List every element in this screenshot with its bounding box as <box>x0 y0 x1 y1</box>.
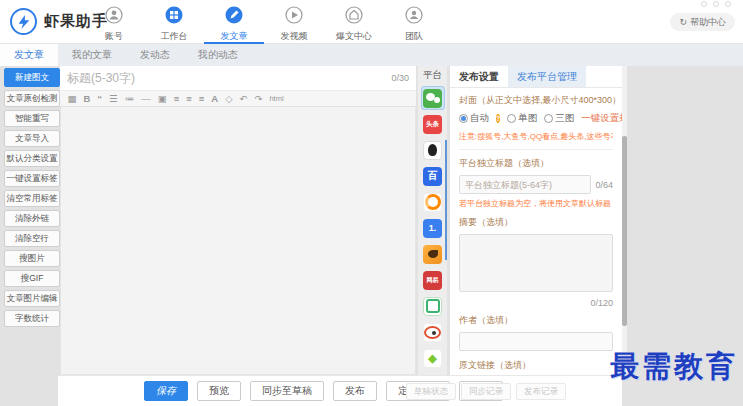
unordered-list-icon[interactable]: ☰ <box>106 91 122 106</box>
platform-item-green-app[interactable] <box>421 294 445 318</box>
undo-icon[interactable]: ↶ <box>236 91 251 106</box>
wechat-icon <box>423 89 442 108</box>
sidebar-item-remove-blank-lines[interactable]: 清除空行 <box>4 230 60 247</box>
horizontal-rule-icon[interactable]: — <box>138 91 155 106</box>
author-label: 作者（选填） <box>459 314 613 327</box>
nav-item-publish-video[interactable]: 发视频 <box>264 4 324 44</box>
nav-label: 工作台 <box>161 30 188 43</box>
publish-record-button[interactable]: 发布记录 <box>516 383 566 400</box>
tab-my-articles[interactable]: 我的文章 <box>58 44 126 66</box>
tab-my-feed[interactable]: 我的动态 <box>184 44 252 66</box>
nav-label: 发文章 <box>221 30 248 43</box>
nav-label: 团队 <box>405 30 423 43</box>
cover-radio-auto[interactable]: 自动 <box>459 112 489 125</box>
source-link-label: 原文链接（选填） <box>459 359 613 372</box>
toutiao-icon: 头条 <box>423 115 442 134</box>
redo-icon[interactable]: ↷ <box>251 91 266 106</box>
editor-toolbar: ▦ B “ ☰ ≔ — ▣ ≡ ≡ ≡ A ◇ ↶ ↷ html <box>60 90 416 107</box>
align-right-icon[interactable]: ≡ <box>195 91 208 106</box>
sidebar-item-clear-tags[interactable]: 清空常用标签 <box>4 190 60 207</box>
panel-scrollbar-thumb[interactable] <box>622 136 627 326</box>
cover-warning-text: 注意:搜狐号,大鱼号,QQ看点,趣头条,这些号不支持自动封面模式 <box>459 131 613 142</box>
radio-icon <box>507 114 516 123</box>
cover-section-label: 封面（从正文中选择,最小尺寸400*300） <box>459 94 613 107</box>
ordered-list-icon[interactable]: ≔ <box>121 91 138 106</box>
summary-counter: 0/120 <box>459 298 613 308</box>
platform-item-penguin[interactable] <box>421 138 445 162</box>
radio-icon <box>544 114 553 123</box>
platform-item-toutiao[interactable]: 头条 <box>421 112 445 136</box>
html-source-icon[interactable]: html <box>266 91 287 106</box>
platform-item-dayu[interactable] <box>421 190 445 214</box>
cover-radio-three[interactable]: 三图 <box>544 112 574 125</box>
quote-icon[interactable]: “ <box>94 91 106 106</box>
bold-icon[interactable]: B <box>80 91 94 106</box>
publish-settings-panel: 发布设置 发布平台管理 封面（从正文中选择,最小尺寸400*300） 自动 ? … <box>450 66 622 375</box>
sidebar-item-image-editor[interactable]: 文章图片编辑 <box>4 290 60 307</box>
save-button[interactable]: 保存 <box>144 381 188 401</box>
divider <box>459 149 613 150</box>
summary-textarea[interactable] <box>459 234 613 292</box>
nav-item-team[interactable]: 团队 <box>384 4 444 44</box>
nav-item-publish-article[interactable]: 发文章 <box>204 4 264 44</box>
platform-item-wechat[interactable] <box>421 86 445 110</box>
sidebar-item-originality-check[interactable]: 文章原创检测 <box>4 90 60 107</box>
eye-icon <box>423 323 442 342</box>
user-icon <box>105 6 123 28</box>
sidebar-item-article-import[interactable]: 文章导入 <box>4 130 60 147</box>
sidebar-item-default-category[interactable]: 默认分类设置 <box>4 150 60 167</box>
sidebar-item-set-tags[interactable]: 一键设置标签 <box>4 170 60 187</box>
align-left-icon[interactable]: ≡ <box>170 91 183 106</box>
cover-options: 自动 ? 单图 三图 一键设置封面 <box>459 112 613 125</box>
preview-button[interactable]: 预览 <box>197 381 241 401</box>
sidebar-item-remove-links[interactable]: 清除外链 <box>4 210 60 227</box>
tab-publish-article[interactable]: 发文章 <box>0 44 58 66</box>
platform-item-eye[interactable] <box>421 320 445 344</box>
media-icon[interactable]: ▣ <box>154 91 170 106</box>
publish-button[interactable]: 发布 <box>333 381 377 401</box>
penguin-icon <box>423 141 442 160</box>
article-title-input[interactable] <box>60 71 391 85</box>
platform-strip-scrollbar[interactable] <box>445 140 447 260</box>
green-diamond-icon: ◆ <box>423 349 442 368</box>
help-center-button[interactable]: ↻ 帮助中心 <box>670 13 735 31</box>
align-center-icon[interactable]: ≡ <box>183 91 196 106</box>
panel-scrollbar[interactable] <box>622 66 627 375</box>
platform-item-sohu[interactable] <box>421 242 445 266</box>
help-center-label: 帮助中心 <box>690 16 726 29</box>
sidebar-item-search-image[interactable]: 搜图片 <box>4 250 60 267</box>
insert-image-icon[interactable]: ▦ <box>64 91 80 106</box>
article-content-editor[interactable] <box>60 107 416 375</box>
format-clear-icon[interactable]: ◇ <box>222 91 236 106</box>
nav-item-hot-center[interactable]: 爆文中心 <box>324 4 384 44</box>
nav-item-account[interactable]: 账号 <box>84 4 144 44</box>
platform-item-baijiahao[interactable]: 百 <box>421 164 445 188</box>
sidebar-item-new-article[interactable]: 新建图文 <box>4 68 60 87</box>
panel-tab-platform-management[interactable]: 发布平台管理 <box>508 66 586 87</box>
one-click-cover-link[interactable]: 一键设置封面 <box>581 112 622 125</box>
sidebar-item-word-count[interactable]: 字数统计 <box>4 310 60 327</box>
help-question-icon[interactable]: ? <box>496 114 500 123</box>
sidebar-item-smart-rewrite[interactable]: 智能重写 <box>4 110 60 127</box>
sohu-icon <box>423 245 442 264</box>
window-controls[interactable] <box>701 1 731 7</box>
nav-label: 发视频 <box>281 30 308 43</box>
nav-item-workbench[interactable]: 工作台 <box>144 4 204 44</box>
author-input[interactable] <box>459 332 613 351</box>
draft-status-button[interactable]: 草稿状态 <box>406 383 456 400</box>
radio-icon <box>459 114 468 123</box>
platform-item-yidian[interactable]: 1. <box>421 216 445 240</box>
platform-item-netease[interactable]: 网易 <box>421 268 445 292</box>
platform-strip-header: 平台 <box>418 66 447 84</box>
find-replace-icon[interactable]: A <box>208 91 222 106</box>
sync-draft-button[interactable]: 同步至草稿 <box>250 381 324 401</box>
independent-title-input[interactable] <box>459 175 591 194</box>
panel-tab-publish-settings[interactable]: 发布设置 <box>450 66 508 87</box>
independent-title-note: 若平台独立标题为空，将使用文章默认标题 <box>459 198 613 209</box>
cover-radio-single[interactable]: 单图 <box>507 112 537 125</box>
platform-item-green-diamond[interactable]: ◆ <box>421 346 445 370</box>
baijiahao-icon: 百 <box>423 167 442 186</box>
sync-record-button[interactable]: 同步记录 <box>461 383 511 400</box>
sidebar-item-search-gif[interactable]: 搜GIF <box>4 270 60 287</box>
tab-publish-feed[interactable]: 发动态 <box>126 44 184 66</box>
